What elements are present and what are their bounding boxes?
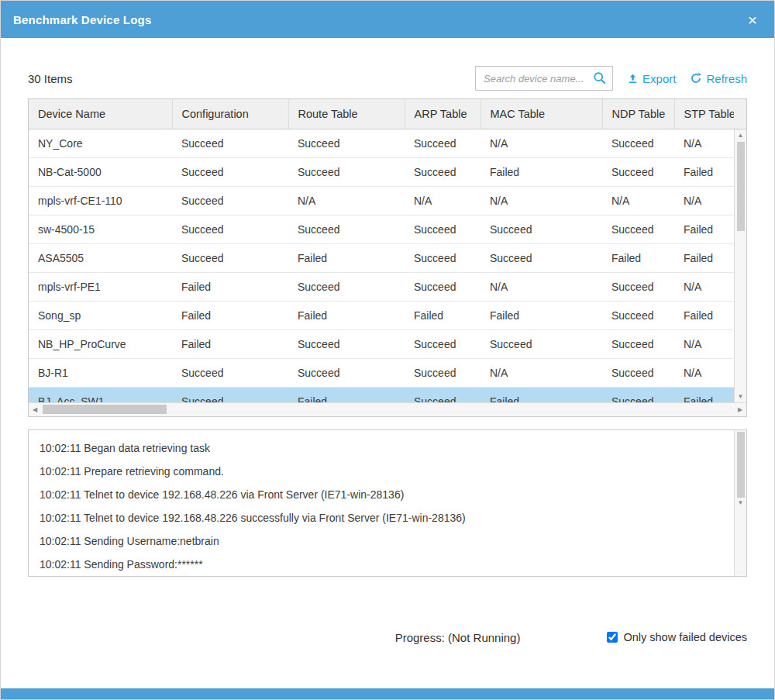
table-cell: Succeed [602, 301, 674, 329]
table-row[interactable]: mpls-vrf-CE1-110 Succeed N/A N/A N/A N/A… [29, 186, 737, 215]
col-header-device-name[interactable]: Device Name [29, 99, 172, 129]
table-cell: N/A [405, 186, 480, 215]
refresh-button[interactable]: Refresh [690, 72, 747, 85]
table-cell: Failed [172, 301, 288, 329]
table-cell: Succeed [172, 157, 288, 186]
table-cell: Succeed [405, 157, 480, 186]
table-cell: Succeed [480, 215, 602, 243]
refresh-icon [690, 72, 702, 84]
log-line: 10:02:11 Began data retrieving task [40, 436, 726, 460]
dialog-content: 30 Items [1, 38, 774, 688]
table-cell: N/A [480, 358, 602, 387]
table-row[interactable]: NB-Cat-5000 Succeed Succeed Succeed Fail… [29, 157, 737, 186]
dialog-bottom-border [1, 688, 774, 699]
table-cell: Succeed [602, 358, 674, 387]
table-cell: Failed [674, 215, 737, 243]
col-header-mac-table[interactable]: MAC Table [480, 99, 602, 129]
table-cell: N/A [602, 186, 674, 215]
export-label: Export [642, 72, 676, 85]
scrollbar-corner [734, 99, 746, 129]
table-cell: N/A [480, 129, 602, 157]
table-cell: N/A [674, 186, 737, 215]
table-cell: Succeed [172, 186, 288, 215]
table-row[interactable]: ASA5505 Succeed Failed Succeed Succeed F… [29, 243, 737, 272]
table-cell: Succeed [288, 329, 405, 358]
table-row[interactable]: BJ-R1 Succeed Succeed Succeed N/A Succee… [29, 358, 737, 387]
table-cell: Succeed [602, 129, 674, 157]
scroll-up-icon[interactable]: ▲ [735, 129, 746, 140]
col-header-stp-table[interactable]: STP Table [674, 99, 737, 129]
table-cell: Failed [288, 243, 405, 272]
scroll-down-icon[interactable]: ▼ [735, 498, 746, 509]
col-header-configuration[interactable]: Configuration [172, 99, 288, 129]
col-header-ndp-table[interactable]: NDP Table [602, 99, 674, 129]
table-cell: Failed [674, 243, 737, 272]
table-cell: Failed [172, 329, 288, 358]
table-cell: Failed [172, 272, 288, 301]
table-row[interactable]: NB_HP_ProCurve Failed Succeed Succeed Su… [29, 329, 737, 358]
search-icon[interactable] [593, 71, 607, 85]
table-cell: Failed [288, 301, 405, 329]
table-cell: Succeed [172, 358, 288, 387]
log-line: 10:02:11 Sending Password:****** [40, 553, 726, 576]
table-cell: N/A [480, 272, 602, 301]
table-cell: Failed [674, 301, 737, 329]
close-icon[interactable]: × [743, 10, 762, 29]
only-show-failed-checkbox[interactable] [607, 632, 618, 643]
table-row[interactable]: NY_Core Succeed Succeed Succeed N/A Succ… [29, 129, 737, 157]
table-cell: Succeed [405, 243, 480, 272]
table-cell: Succeed [405, 272, 480, 301]
search-input[interactable] [484, 73, 593, 84]
cell-device-name: mpls-vrf-PE1 [29, 272, 172, 301]
only-show-failed-option[interactable]: Only show failed devices [607, 631, 747, 643]
table-cell: Succeed [602, 272, 674, 301]
log-scrollbar-thumb[interactable] [737, 432, 745, 498]
table-cell: Succeed [288, 129, 405, 157]
export-button[interactable]: Export [627, 72, 676, 85]
table-cell: Succeed [405, 358, 480, 387]
search-box [475, 66, 613, 91]
cell-device-name: BJ-R1 [29, 358, 172, 387]
toolbar: 30 Items [28, 66, 747, 91]
table-row[interactable]: Song_sp Failed Failed Failed Failed Succ… [29, 301, 737, 329]
benchmark-device-logs-dialog: Benchmark Device Logs × 30 Items [0, 0, 775, 700]
table-cell: Succeed [172, 129, 288, 157]
table-cell: N/A [674, 358, 737, 387]
cell-device-name: Song_sp [29, 301, 172, 329]
only-show-failed-label: Only show failed devices [623, 631, 747, 643]
scroll-right-icon[interactable]: ▶ [734, 403, 746, 416]
vertical-scrollbar-thumb[interactable] [737, 142, 745, 231]
col-header-route-table[interactable]: Route Table [288, 99, 405, 129]
toolbar-actions: Export Refresh [475, 66, 747, 91]
table-cell: Succeed [172, 215, 288, 243]
table-cell: Failed [405, 301, 480, 329]
refresh-label: Refresh [706, 72, 747, 85]
table-row[interactable]: mpls-vrf-PE1 Failed Succeed Succeed N/A … [29, 272, 737, 301]
log-line: 10:02:11 Telnet to device 192.168.48.226… [40, 506, 726, 529]
dialog-titlebar: Benchmark Device Logs × [1, 1, 774, 38]
scroll-left-icon[interactable]: ◀ [29, 403, 41, 416]
device-log-panel: 10:02:11 Began data retrieving task 10:0… [28, 429, 747, 577]
table-cell: Succeed [288, 358, 405, 387]
table-cell: Succeed [602, 215, 674, 243]
table-cell: Succeed [288, 272, 405, 301]
table-cell: N/A [674, 329, 737, 358]
cell-device-name: NB_HP_ProCurve [29, 329, 172, 358]
cell-device-name: NB-Cat-5000 [29, 157, 172, 186]
horizontal-scrollbar-thumb[interactable] [43, 405, 167, 414]
log-line: 10:02:11 Prepare retrieving command. [40, 460, 726, 483]
col-header-arp-table[interactable]: ARP Table [405, 99, 480, 129]
table-cell: Succeed [480, 243, 602, 272]
scroll-down-icon[interactable]: ▼ [735, 391, 746, 402]
table-cell: Succeed [602, 157, 674, 186]
table-cell: Succeed [405, 129, 480, 157]
table-cell: N/A [288, 186, 405, 215]
log-vertical-scrollbar[interactable]: ▼ [734, 430, 746, 576]
table-cell: Succeed [172, 243, 288, 272]
table-cell: Failed [674, 157, 737, 186]
table-row[interactable]: sw-4500-15 Succeed Succeed Succeed Succe… [29, 215, 737, 243]
table-vertical-scrollbar[interactable]: ▲ ▼ [734, 129, 746, 402]
dialog-title: Benchmark Device Logs [13, 13, 151, 26]
table-horizontal-scrollbar[interactable]: ◀ ▶ [29, 402, 746, 416]
cell-device-name: NY_Core [29, 129, 172, 157]
